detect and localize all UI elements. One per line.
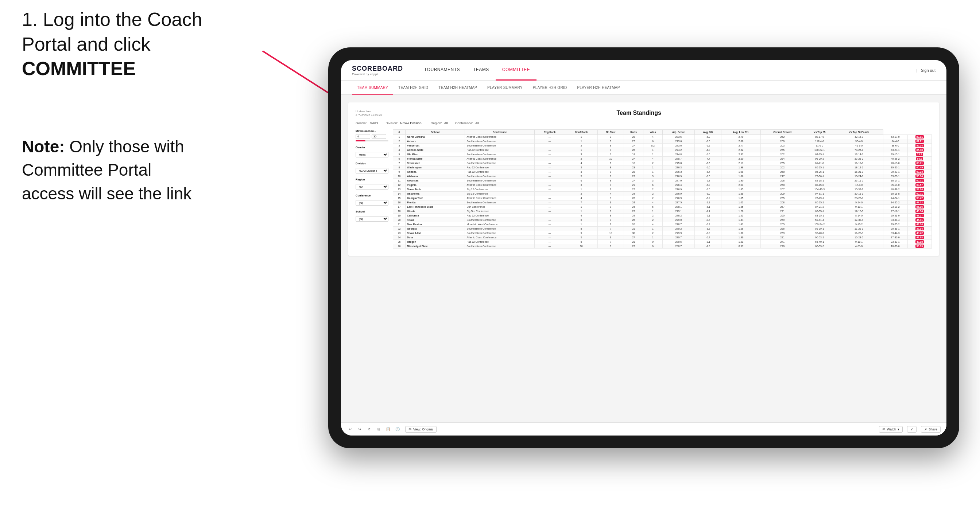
filter-conference-section: Conference (All) <box>356 194 388 206</box>
share-icon: ↗ <box>924 427 927 431</box>
gender-select[interactable]: Men's <box>356 152 388 157</box>
table-row: 18IllinoisBig Ten Conference—18231279.1-… <box>393 209 932 214</box>
refresh-icon[interactable]: ↺ <box>366 426 372 433</box>
tab-player-h2h-heatmap[interactable]: PLAYER H2H HEATMAP <box>572 81 625 95</box>
step-text: 1. Log into the Coach Portal and click C… <box>22 7 234 81</box>
expand-btn[interactable]: ⤢ <box>907 426 916 433</box>
toolbar-icons: ↩ ↪ ↺ ⎘ 📋 🕐 <box>347 426 401 433</box>
filter-inputs <box>356 134 388 139</box>
col-conf-rank[interactable]: Conf Rank <box>565 130 597 135</box>
col-avg-sg[interactable]: Avg. SG <box>695 130 721 135</box>
filter-gender-section: Gender Men's <box>356 146 388 157</box>
sidebar-school-label: School <box>356 210 388 213</box>
col-wins[interactable]: Wins <box>643 130 662 135</box>
tab-team-summary[interactable]: TEAM SUMMARY <box>352 81 393 95</box>
logo-text: SCOREBOARD <box>352 65 403 73</box>
instruction-area: 1. Log into the Coach Portal and click C… <box>22 7 234 81</box>
tab-player-h2h-grid[interactable]: PLAYER H2H GRID <box>528 81 572 95</box>
table-row: 22GeorgiaSoutheastern Conference—8721127… <box>393 227 932 231</box>
region-value: All <box>444 121 448 125</box>
view-original-label: View: Original <box>413 427 433 431</box>
table-row: 17East Tennessee StateSun Conference—182… <box>393 205 932 209</box>
sign-out-link[interactable]: Sign out <box>921 68 935 73</box>
card-title: Team Standings <box>382 110 896 116</box>
filter-region: Region: All <box>431 121 448 125</box>
paste-icon[interactable]: 📋 <box>385 426 391 433</box>
col-reg-rank[interactable]: Reg Rank <box>534 130 565 135</box>
col-avg-low-rd[interactable]: Avg. Low Rd. <box>721 130 761 135</box>
nav-bar: SCOREBOARD Powered by clippi TOURNAMENTS… <box>341 60 947 81</box>
table-row: 9ArizonaPac-12 Conference—38231276.3-6.4… <box>393 170 932 174</box>
col-rank[interactable]: # <box>393 130 406 135</box>
min-input[interactable] <box>356 134 370 139</box>
update-time-block: Update time: 27/03/2024 16:56:26 <box>356 110 382 116</box>
sidebar-gender-label: Gender <box>356 146 388 149</box>
col-no-tour[interactable]: No Tour <box>597 130 624 135</box>
sub-nav: TEAM SUMMARY TEAM H2H GRID TEAM H2H HEAT… <box>341 81 947 95</box>
undo-icon[interactable]: ↩ <box>347 426 353 433</box>
table-row: 10AlabamaSoutheastern Conference—5823327… <box>393 174 932 179</box>
col-school[interactable]: School <box>406 130 465 135</box>
table-row: 26Mississippi StateSoutheastern Conferen… <box>393 244 932 249</box>
conference-select[interactable]: (All) <box>356 200 388 206</box>
conference-label: Conference: <box>455 121 473 125</box>
table-row: 23Texas A&MSoutheastern Conference—91030… <box>393 231 932 235</box>
table-layout: Minimum Rou... Gender <box>356 129 932 249</box>
share-btn[interactable]: ↗ Share <box>921 426 940 433</box>
note-text: Note: Only those with Committee Portal a… <box>22 135 197 205</box>
filter-conference: Conference: All <box>455 121 479 125</box>
region-label: Region: <box>431 121 442 125</box>
col-vs-top50[interactable]: Vs Top 50 Points <box>835 130 883 135</box>
tab-team-h2h-grid[interactable]: TEAM H2H GRID <box>393 81 433 95</box>
col-adj-score[interactable]: Adj. Score <box>662 130 695 135</box>
table-row: 20TexasSoutheastern Conference—89262279.… <box>393 218 932 222</box>
school-select[interactable]: (All) <box>356 216 388 222</box>
table-row: 12VirginiaAtlantic Coast Conference—3821… <box>393 183 932 187</box>
table-row: 21New MexicoMountain West Conference—192… <box>393 222 932 227</box>
division-select[interactable]: NCAA Division I <box>356 168 388 173</box>
division-label: Division: <box>385 121 398 125</box>
nav-links: TOURNAMENTS TEAMS COMMITTEE <box>418 60 916 81</box>
col-overall[interactable]: Overall Record <box>760 130 804 135</box>
filter-region-section: Region N/A <box>356 178 388 189</box>
card-header: Update time: 27/03/2024 16:56:26 Team St… <box>356 110 932 116</box>
col-rnds[interactable]: Rnds <box>624 130 643 135</box>
slider-fill <box>356 140 366 141</box>
redo-icon[interactable]: ↪ <box>356 426 363 433</box>
division-value: NCAA Division I <box>400 121 423 125</box>
table-row: 1North CarolinaAtlantic Coast Conference… <box>393 135 932 139</box>
bottom-toolbar: ↩ ↪ ↺ ⎘ 📋 🕐 👁 View: Original 👁 Watch ▾ ⤢… <box>341 422 947 435</box>
tab-team-h2h-heatmap[interactable]: TEAM H2H HEATMAP <box>433 81 482 95</box>
nav-committee[interactable]: COMMITTEE <box>496 60 537 81</box>
clock-icon[interactable]: 🕐 <box>394 426 401 433</box>
filter-school-section: School (All) <box>356 210 388 222</box>
tab-player-summary[interactable]: PLAYER SUMMARY <box>482 81 528 95</box>
table-row: 25OregonPac-12 Conference—57210279.5-3.1… <box>393 240 932 244</box>
table-row: 7TennesseeSoutheastern Conference—461822… <box>393 161 932 165</box>
nav-tournaments[interactable]: TOURNAMENTS <box>418 60 466 81</box>
step-bold: COMMITTEE <box>22 58 136 79</box>
filters-row: Gender: Men's Division: NCAA Division I … <box>356 121 932 125</box>
view-original-btn[interactable]: 👁 View: Original <box>405 426 437 433</box>
col-vs-top25[interactable]: Vs Top 25 <box>804 130 835 135</box>
filter-division: Division: NCAA Division I <box>385 121 423 125</box>
watch-label: Watch <box>887 427 896 431</box>
data-table-wrapper: # School Conference Reg Rank Conf Rank N… <box>393 129 932 249</box>
update-label: Update time: <box>356 110 382 113</box>
region-select[interactable]: N/A <box>356 184 388 189</box>
gender-value: Men's <box>370 121 379 125</box>
copy-icon[interactable]: ⎘ <box>375 426 382 433</box>
logo-sub: Powered by clippi <box>352 73 403 76</box>
table-row: 4Arizona StatePac-12 Conference—19261274… <box>393 148 932 152</box>
table-row: 6Florida StateAtlantic Coast Conference—… <box>393 157 932 161</box>
filter-min-rounds: Minimum Rou... <box>356 129 388 141</box>
filter-slider[interactable] <box>356 140 388 141</box>
max-input[interactable] <box>372 134 386 139</box>
logo-area: SCOREBOARD Powered by clippi <box>352 65 403 76</box>
watch-btn[interactable]: 👁 Watch ▾ <box>879 426 903 433</box>
table-row: 5Ole MissSoutheastern Conference—3618127… <box>393 152 932 157</box>
nav-teams[interactable]: TEAMS <box>466 60 496 81</box>
col-conference[interactable]: Conference <box>465 130 534 135</box>
table-row: 15Georgia TechAtlantic Coast Conference—… <box>393 196 932 200</box>
table-row: 19CaliforniaPac-12 Conference—48242278.2… <box>393 214 932 218</box>
